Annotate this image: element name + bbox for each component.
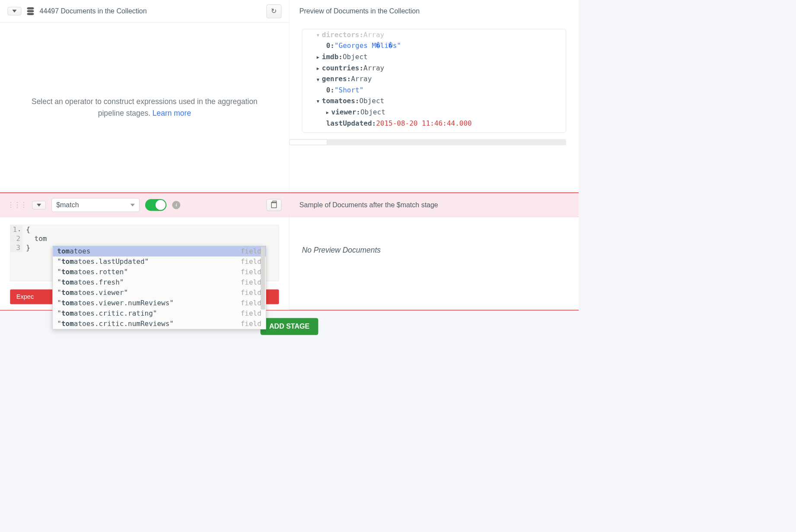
stage-editor[interactable]: 1▾{ 2 tom 3} tomatoesfield"tomatoes.last…: [10, 225, 279, 282]
chevron-down-icon: [37, 203, 41, 206]
info-icon[interactable]: i: [172, 201, 180, 209]
chevron-down-icon: [131, 203, 135, 206]
refresh-button[interactable]: ↻: [266, 4, 281, 18]
stage-operator-value: $match: [56, 201, 79, 209]
chevron-down-icon: [12, 10, 16, 13]
autocomplete-item[interactable]: "tomatoes.rotten"field: [53, 267, 266, 277]
autocomplete-item[interactable]: "tomatoes.viewer.numReviews"field: [53, 298, 266, 308]
autocomplete-item[interactable]: "tomatoes.critic.rating"field: [53, 308, 266, 319]
trash-icon: [271, 202, 277, 208]
add-stage-button[interactable]: ADD STAGE: [261, 318, 318, 335]
stage-operator-select[interactable]: $match: [51, 198, 140, 212]
autocomplete-item[interactable]: "tomatoes.critic.numReviews"field: [53, 319, 266, 329]
database-icon: [27, 7, 34, 15]
collapse-toggle[interactable]: [7, 7, 21, 16]
autocomplete-item[interactable]: tomatoesfield: [53, 246, 266, 256]
preview-field-row[interactable]: lastUpdated:2015-08-20 11:46:44.000: [307, 117, 561, 129]
operator-advice: Select an operator to construct expressi…: [25, 95, 264, 120]
preview-field-row[interactable]: 0:"Georges M�li�s": [307, 40, 561, 51]
scrollbar-thumb[interactable]: [290, 139, 327, 145]
document-preview-card: directors:Array0:"Georges M�li�s"imdb:Ob…: [302, 29, 566, 133]
preview-title: Preview of Documents in the Collection: [290, 0, 579, 15]
autocomplete-item[interactable]: "tomatoes.viewer"field: [53, 288, 266, 298]
preview-field-row[interactable]: tomatoes:Object: [307, 95, 561, 107]
autocomplete-popup: tomatoesfield"tomatoes.lastUpdated"field…: [52, 246, 266, 329]
preview-horizontal-scrollbar[interactable]: [290, 139, 566, 146]
learn-more-link[interactable]: Learn more: [153, 109, 191, 117]
delete-stage-button[interactable]: [266, 199, 281, 211]
collection-title: 44497 Documents in the Collection: [40, 7, 261, 15]
autocomplete-scrollbar[interactable]: [261, 247, 265, 309]
refresh-icon: ↻: [271, 7, 277, 15]
preview-field-row[interactable]: directors:Array: [307, 29, 561, 41]
stage-enable-toggle[interactable]: [145, 199, 166, 211]
preview-field-row[interactable]: 0:"Short": [307, 85, 561, 96]
drag-handle-icon[interactable]: ⋮⋮⋮: [7, 201, 26, 209]
stage-collapse-toggle[interactable]: [32, 201, 46, 209]
preview-field-row[interactable]: viewer:Object: [307, 107, 561, 118]
preview-field-row[interactable]: imdb:Object: [307, 51, 561, 63]
autocomplete-item[interactable]: "tomatoes.fresh"field: [53, 277, 266, 288]
autocomplete-item[interactable]: "tomatoes.lastUpdated"field: [53, 256, 266, 267]
preview-field-row[interactable]: genres:Array: [307, 73, 561, 85]
preview-field-row[interactable]: countries:Array: [307, 62, 561, 73]
left-header: 44497 Documents in the Collection ↻: [0, 0, 289, 22]
stage-preview-title: Sample of Documents after the $match sta…: [299, 201, 438, 209]
no-preview-message: No Preview Documents: [302, 246, 381, 254]
